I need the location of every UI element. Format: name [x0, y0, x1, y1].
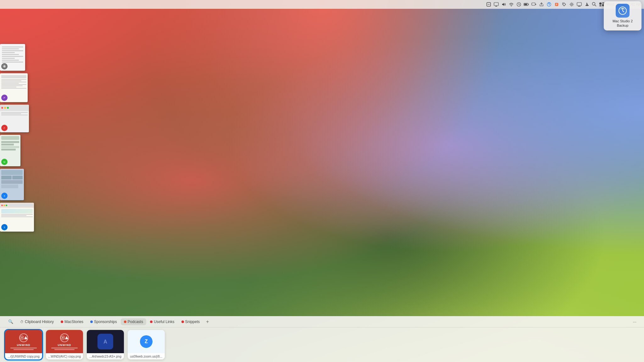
- clip-preview-3: A A: [87, 330, 124, 353]
- window-thumb-1[interactable]: [0, 44, 25, 71]
- svg-text:A: A: [104, 339, 107, 344]
- desktop: Wed Jun 28 7:41 AM Mac Studio 2 Backup: [0, 0, 644, 362]
- unwind-bar2: [14, 349, 34, 350]
- svg-text:M: M: [3, 161, 5, 163]
- tab-clipboard-label: Clipboard History: [25, 320, 54, 324]
- battery-icon[interactable]: [524, 2, 529, 7]
- tab-bar: 🔍 ⏱ Clipboard History MacStories Sponsor…: [0, 316, 644, 327]
- time-machine-popup[interactable]: Mac Studio 2 Backup: [604, 1, 641, 30]
- unwind-title-2: UNWIND: [58, 343, 71, 347]
- clipboard-item-2[interactable]: UNWIND ...WIND(AVC) copy.png: [46, 330, 83, 359]
- clipboard-items-container: UNWIND ...r](UNWIND copy.png: [0, 327, 644, 362]
- macstories-dot: [61, 321, 63, 323]
- zoom-icon-clip: Z: [140, 335, 153, 348]
- tab-add-button[interactable]: +: [203, 318, 211, 326]
- tab-podcasts-label: Podcasts: [128, 320, 143, 324]
- window-badge-safari: S: [1, 224, 8, 230]
- search-icon: 🔍: [8, 319, 13, 324]
- time-machine-app-icon: [616, 4, 630, 18]
- window-thumb-6[interactable]: S: [0, 203, 34, 232]
- window-thumb-4[interactable]: M: [0, 135, 20, 166]
- window-thumb-5[interactable]: X: [0, 169, 24, 200]
- window-badge-linear2: P: [1, 95, 8, 101]
- displays-icon[interactable]: [493, 2, 499, 7]
- svg-line-16: [549, 4, 550, 5]
- shelf: 🔍 ⏱ Clipboard History MacStories Sponsor…: [0, 316, 644, 362]
- clock-icon[interactable]: [516, 2, 522, 7]
- plane-mode-icon[interactable]: [584, 2, 590, 7]
- window-stack: P F: [0, 44, 34, 232]
- svg-line-27: [595, 5, 596, 6]
- tab-search[interactable]: 🔍: [5, 318, 16, 325]
- share-icon[interactable]: [539, 2, 544, 7]
- clipboard-item-3[interactable]: A A ...Art/wwdc23-AS+.png: [87, 330, 124, 359]
- unwind-badge: [19, 333, 28, 342]
- svg-marker-49: [21, 337, 23, 338]
- tab-snippets-label: Snippets: [185, 320, 200, 324]
- svg-rect-11: [524, 4, 527, 5]
- svg-text:S: S: [4, 226, 5, 228]
- unwind-bar4: [54, 349, 75, 350]
- reminders-icon[interactable]: [554, 2, 559, 7]
- svg-point-22: [571, 4, 572, 5]
- svg-text:F: F: [4, 127, 5, 129]
- appstories-icon: A A: [97, 334, 113, 349]
- screen-icon[interactable]: [576, 2, 582, 7]
- svg-text:X: X: [4, 195, 5, 197]
- podcasts-dot: [124, 321, 126, 323]
- time-machine-label: Mac Studio 2 Backup: [613, 19, 633, 28]
- zoom-icon[interactable]: [591, 2, 597, 7]
- tab-clipboard-history[interactable]: ⏱ Clipboard History: [17, 318, 57, 325]
- tab-macstories-label: MacStories: [64, 320, 83, 324]
- svg-text:P: P: [3, 96, 5, 99]
- clipboard-icon: ⏱: [20, 320, 24, 324]
- tab-useful-links-label: Useful Links: [154, 320, 174, 324]
- window-thumb-3[interactable]: F: [0, 105, 29, 132]
- tab-podcasts[interactable]: Podcasts: [121, 318, 146, 325]
- svg-marker-51: [62, 337, 64, 338]
- menubar: Wed Jun 28 7:41 AM: [0, 0, 644, 9]
- volume-icon[interactable]: [501, 2, 507, 7]
- tab-snippets[interactable]: Snippets: [178, 318, 203, 325]
- svg-line-9: [519, 4, 520, 5]
- snippets-dot: [181, 321, 184, 323]
- window-badge-fantastical: F: [1, 125, 8, 131]
- svg-text:Z: Z: [145, 339, 148, 344]
- clipboard-item-4[interactable]: Z us09web.zoom.us/j/8...: [128, 330, 165, 359]
- window-badge-messages: M: [1, 159, 8, 165]
- time-machine-icon[interactable]: [546, 2, 552, 7]
- svg-point-21: [563, 3, 564, 4]
- clip-label-4: us09web.zoom.us/j/8...: [128, 353, 165, 359]
- unwind-title: UNWIND: [17, 343, 31, 347]
- svg-line-34: [623, 11, 624, 12]
- unwind-badge-2: [60, 333, 69, 342]
- unwind-bar3: [51, 348, 78, 348]
- unwind-bar: [10, 348, 37, 348]
- svg-rect-28: [599, 3, 602, 5]
- tab-macstories[interactable]: MacStories: [58, 318, 86, 325]
- useful-links-dot: [150, 321, 153, 323]
- pockity-icon[interactable]: [486, 2, 491, 7]
- svg-point-6: [511, 6, 512, 7]
- wifi-icon[interactable]: [508, 2, 514, 7]
- svg-rect-2: [494, 3, 498, 6]
- svg-rect-30: [599, 5, 602, 6]
- window-badge-linear: [1, 63, 8, 69]
- tab-more-button[interactable]: ···: [630, 318, 639, 326]
- clip-preview-2: UNWIND: [46, 330, 83, 353]
- tab-sponsorships-label: Sponsorships: [94, 320, 117, 324]
- sponsorships-dot: [90, 321, 93, 323]
- svg-rect-23: [577, 3, 581, 6]
- window-badge-xcode: X: [1, 193, 8, 199]
- svg-rect-12: [532, 3, 535, 5]
- tab-sponsorships[interactable]: Sponsorships: [87, 318, 120, 325]
- clip-preview-4: Z: [128, 330, 165, 353]
- screen-record-icon[interactable]: [531, 2, 537, 7]
- tag-icon[interactable]: [561, 2, 567, 7]
- tab-useful-links[interactable]: Useful Links: [147, 318, 177, 325]
- clipboard-item-1[interactable]: UNWIND ...r](UNWIND copy.png: [5, 330, 42, 359]
- window-thumb-2[interactable]: P: [0, 73, 28, 102]
- gear-icon[interactable]: [569, 2, 575, 7]
- clip-label-3: ...Art/wwdc23-AS+.png: [87, 353, 124, 359]
- clip-preview-1: UNWIND: [5, 330, 42, 353]
